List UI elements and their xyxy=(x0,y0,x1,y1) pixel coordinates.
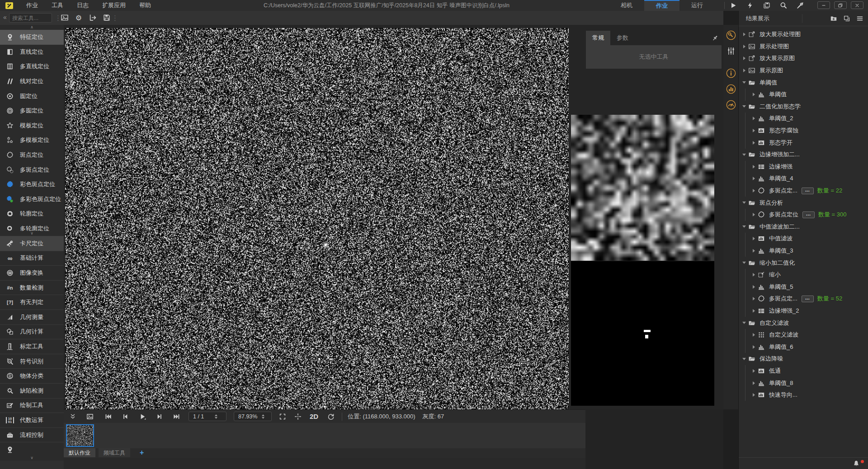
mode-tab-3[interactable]: 运行 xyxy=(679,0,715,11)
tree-item[interactable]: 边缘增强 xyxy=(739,161,868,173)
tree-item[interactable]: 展示处理图 xyxy=(739,41,868,53)
fit-screen-icon[interactable] xyxy=(279,413,286,420)
save-all-icon[interactable] xyxy=(763,2,770,9)
gauge-icon[interactable] xyxy=(726,100,736,110)
chevron-right-icon[interactable] xyxy=(750,249,757,253)
mode-tab-1[interactable]: 相机 xyxy=(609,0,644,11)
chevron-right-icon[interactable] xyxy=(741,45,747,48)
chevron-down-icon[interactable] xyxy=(741,202,747,204)
restore-button[interactable] xyxy=(834,1,847,9)
tree-item[interactable]: 缩小 xyxy=(739,269,868,281)
sidebar-item[interactable]: 多彩色斑点定位 xyxy=(0,192,64,207)
tree-item[interactable]: 形态学开 xyxy=(739,136,868,149)
item-options-button[interactable]: ••• xyxy=(802,211,815,218)
go-first-icon[interactable] xyxy=(104,413,112,420)
search-input[interactable] xyxy=(9,13,52,23)
chevron-right-icon[interactable] xyxy=(741,56,747,60)
sidebar-item[interactable]: 1001代数运算 xyxy=(0,413,64,427)
tree-group[interactable]: 缩小加二值化 xyxy=(739,257,868,269)
chevron-right-icon[interactable] xyxy=(741,69,747,72)
chevron-down-icon[interactable] xyxy=(741,81,747,84)
chevron-right-icon[interactable] xyxy=(750,141,757,145)
frame-spinner[interactable]: 1 / 1 xyxy=(189,412,226,421)
tree-item[interactable]: 单阈值_4 xyxy=(739,173,868,185)
notification-bell-icon[interactable] xyxy=(853,460,860,467)
step-back-icon[interactable] xyxy=(122,413,129,420)
sidebar-item[interactable]: 彩色斑点定位 xyxy=(0,177,64,192)
close-button[interactable] xyxy=(851,1,863,9)
image-source-icon[interactable] xyxy=(86,413,94,420)
sidebar-item[interactable]: 多圆定位 xyxy=(0,103,64,118)
chevron-down-icon[interactable] xyxy=(741,322,747,324)
chevron-right-icon[interactable] xyxy=(750,237,757,240)
tree-item[interactable]: 多斑点定...•••数量 = 52 xyxy=(739,293,868,305)
spinner-arrows-icon[interactable] xyxy=(257,414,269,419)
open-image-icon[interactable] xyxy=(61,14,69,22)
sidebar-item[interactable]: 几何测量 xyxy=(0,310,64,324)
tree-group[interactable]: 保边降噪 xyxy=(739,353,868,365)
settings-icon[interactable]: ⚙ xyxy=(75,14,83,22)
tree-item[interactable]: 展示原图 xyxy=(739,65,868,77)
tree-item[interactable]: 单阈值_5 xyxy=(739,281,868,293)
binary-result-image[interactable] xyxy=(571,261,714,406)
sidebar-item[interactable]: 符号识别 xyxy=(0,354,64,369)
chevron-right-icon[interactable] xyxy=(750,333,757,337)
sidebar-item[interactable]: 标定工具 xyxy=(0,339,64,354)
sidebar-item[interactable]: #n数量检测 xyxy=(0,280,64,295)
sidebar-item[interactable]: 卡尺定位 xyxy=(0,236,64,251)
sidebar-item[interactable]: 缺陷检测 xyxy=(0,383,64,398)
image-thumbnail[interactable] xyxy=(66,424,94,447)
chart-icon[interactable] xyxy=(726,84,736,94)
center-crosshair-icon[interactable] xyxy=(294,413,302,420)
tree-group[interactable]: 中值滤波加二... xyxy=(739,221,868,233)
sidebar-item[interactable]: 多轮廓定位 xyxy=(0,221,64,231)
tree-item[interactable]: 单阈值_6 xyxy=(739,341,868,353)
scroll-down-icon[interactable]: ∨ xyxy=(0,455,64,460)
add-job-tab-button[interactable]: + xyxy=(140,448,144,457)
tree-group[interactable]: 二值化加形态学 xyxy=(739,101,868,113)
chevron-down-icon[interactable] xyxy=(741,154,747,156)
main-noise-image[interactable] xyxy=(65,28,569,409)
sidebar-item[interactable]: 多模板定位 xyxy=(0,133,64,148)
menu-5[interactable]: 帮助 xyxy=(132,0,158,11)
sidebar-item[interactable]: 模板定位 xyxy=(0,118,64,133)
sidebar-item[interactable]: 圆定位 xyxy=(0,89,64,103)
step-forward-icon[interactable] xyxy=(156,413,163,420)
chevron-right-icon[interactable] xyxy=(750,369,757,373)
sliders-icon[interactable] xyxy=(726,46,736,56)
go-last-icon[interactable] xyxy=(173,413,180,420)
tree-item[interactable]: 多斑点定...•••数量 = 22 xyxy=(739,185,868,197)
tree-item[interactable]: 放大展示原图 xyxy=(739,52,868,65)
tree-item[interactable]: 放大展示处理图 xyxy=(739,28,868,41)
collapse-all-icon[interactable] xyxy=(843,15,850,22)
new-folder-icon[interactable] xyxy=(830,15,837,22)
sidebar-item[interactable]: [?]有无判定 xyxy=(0,295,64,310)
no-tool-icon[interactable] xyxy=(797,2,804,9)
chevron-right-icon[interactable] xyxy=(750,177,757,180)
sidebar-item[interactable] xyxy=(0,442,64,455)
minimize-button[interactable] xyxy=(817,1,830,9)
properties-tab-2[interactable]: 参数 xyxy=(610,31,635,45)
tree-item[interactable]: 低通 xyxy=(739,365,868,377)
tree-item[interactable]: 边缘增强_2 xyxy=(739,305,868,317)
chevron-right-icon[interactable] xyxy=(750,381,757,385)
chevron-right-icon[interactable] xyxy=(750,273,757,277)
pin-icon[interactable] xyxy=(712,34,719,42)
zoom-spinner[interactable]: 87.93% xyxy=(234,412,272,421)
tree-group[interactable]: 斑点分析 xyxy=(739,197,868,209)
chevron-right-icon[interactable] xyxy=(750,213,757,216)
chevron-right-icon[interactable] xyxy=(750,345,757,349)
menu-4[interactable]: 扩展应用 xyxy=(95,0,132,11)
save-icon[interactable] xyxy=(103,14,111,22)
refresh-loop-icon[interactable] xyxy=(327,413,335,420)
sidebar-item[interactable]: 流程控制 xyxy=(0,427,64,442)
image-viewport[interactable]: 常规参数 无选中工具 xyxy=(64,25,723,409)
run-icon[interactable] xyxy=(730,2,737,9)
chevron-right-icon[interactable] xyxy=(750,129,757,132)
chevron-down-icon[interactable] xyxy=(741,262,747,264)
sidebar-item[interactable]: ∞基础计算 xyxy=(0,251,64,266)
tree-group[interactable]: 单阈值 xyxy=(739,76,868,89)
job-tab-2[interactable]: 频域工具 xyxy=(99,448,130,457)
tree-group[interactable]: 自定义滤波 xyxy=(739,317,868,329)
tree-item[interactable]: 快速导向... xyxy=(739,389,868,401)
